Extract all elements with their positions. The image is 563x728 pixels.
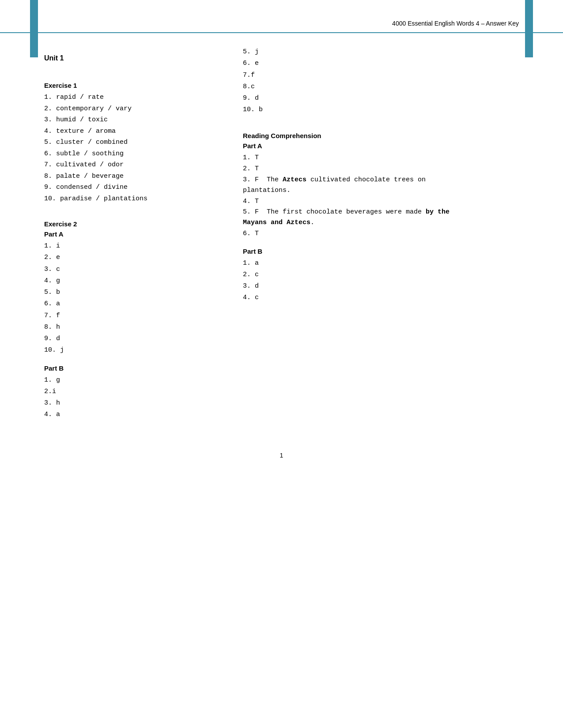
- list-item: 1. g: [44, 375, 225, 386]
- list-item: 9. condensed / divine: [44, 182, 225, 193]
- list-item: 10. paradise / plantations: [44, 193, 225, 205]
- page-number: 1: [0, 443, 563, 472]
- list-item: 8.c: [243, 81, 519, 93]
- list-item: 1. T: [243, 152, 519, 164]
- list-item: 3. d: [243, 281, 519, 292]
- list-item: 6. e: [243, 58, 519, 69]
- right-column: 5. j 6. e 7.f 8.c 9. d 10. b Reading Com…: [234, 46, 519, 421]
- exercise2-partA-items: 1. i 2. e 3. c 4. g 5. b 6. a 7. f 8. h …: [44, 240, 225, 356]
- list-item: 4. T: [243, 196, 519, 207]
- list-item: 8. h: [44, 322, 225, 333]
- reading-comp-title: Reading Comprehension: [243, 132, 519, 139]
- list-item: 2. c: [243, 269, 519, 281]
- left-column: Unit 1 Exercise 1 1. rapid / rate 2. con…: [44, 46, 234, 421]
- list-item: 7.f: [243, 70, 519, 81]
- bold-aztecs: Aztecs: [283, 176, 306, 184]
- exercise1-items: 1. rapid / rate 2. contemporary / vary 3…: [44, 92, 225, 204]
- list-item: 8. palate / beverage: [44, 171, 225, 182]
- page-container: 4000 Essential English Words 4 – Answer …: [0, 0, 563, 728]
- list-item: 1. i: [44, 240, 225, 252]
- list-item: 7. f: [44, 310, 225, 322]
- list-item: 3. humid / toxic: [44, 114, 225, 126]
- item-text: 2. T: [243, 165, 259, 173]
- reading-partB-items: 1. a 2. c 3. d 4. c: [243, 258, 519, 304]
- list-item: 2.i: [44, 386, 225, 398]
- list-item: 6. a: [44, 298, 225, 310]
- list-item: 6. subtle / soothing: [44, 148, 225, 160]
- list-item: 3. h: [44, 398, 225, 409]
- list-item: 4. g: [44, 275, 225, 287]
- list-item: 5. b: [44, 287, 225, 298]
- exercise2-partA-title: Part A: [44, 230, 225, 238]
- bold-mayans: by the Mayans and Aztecs: [243, 208, 450, 226]
- header-title: 4000 Essential English Words 4 – Answer …: [392, 20, 519, 27]
- reading-partA-items: 1. T 2. T 3. F The Aztecs cultivated cho…: [243, 152, 519, 240]
- list-item: 1. rapid / rate: [44, 92, 225, 103]
- item-text: 6. T: [243, 230, 259, 237]
- list-item: 10. j: [44, 345, 225, 356]
- unit1-title: Unit 1: [44, 54, 225, 62]
- cont-items: 5. j 6. e 7.f 8.c 9. d 10. b: [243, 46, 519, 116]
- list-item: 4. c: [243, 292, 519, 304]
- list-item: 7. cultivated / odor: [44, 159, 225, 171]
- exercise2-partB-title: Part B: [44, 364, 225, 372]
- reading-partA-title: Part A: [243, 142, 519, 150]
- list-item: 9. d: [243, 93, 519, 104]
- header: 4000 Essential English Words 4 – Answer …: [0, 0, 563, 33]
- list-item: 1. a: [243, 258, 519, 269]
- list-item: 10. b: [243, 104, 519, 116]
- list-item: 5. cluster / combined: [44, 137, 225, 148]
- main-content: Unit 1 Exercise 1 1. rapid / rate 2. con…: [0, 33, 563, 443]
- list-item: 3. F The Aztecs cultivated chocolate tre…: [243, 175, 455, 196]
- list-item: 4. a: [44, 409, 225, 420]
- list-item: 3. c: [44, 264, 225, 275]
- list-item: 2. e: [44, 252, 225, 263]
- list-item: 5. F The first chocolate beverages were …: [243, 207, 455, 228]
- list-item: 5. j: [243, 46, 519, 58]
- item-text: 3. F The Aztecs cultivated chocolate tre…: [243, 176, 426, 194]
- item-text: 1. T: [243, 154, 259, 161]
- list-item: 6. T: [243, 228, 519, 240]
- exercise1-title: Exercise 1: [44, 82, 225, 89]
- exercise2-partB-items: 1. g 2.i 3. h 4. a: [44, 375, 225, 421]
- exercise2-title: Exercise 2: [44, 220, 225, 228]
- list-item: 2. contemporary / vary: [44, 103, 225, 115]
- list-item: 9. d: [44, 333, 225, 345]
- item-text: 4. T: [243, 198, 259, 205]
- item-text: 5. F The first chocolate beverages were …: [243, 208, 450, 226]
- list-item: 2. T: [243, 163, 519, 175]
- list-item: 4. texture / aroma: [44, 126, 225, 137]
- reading-partB-title: Part B: [243, 248, 519, 255]
